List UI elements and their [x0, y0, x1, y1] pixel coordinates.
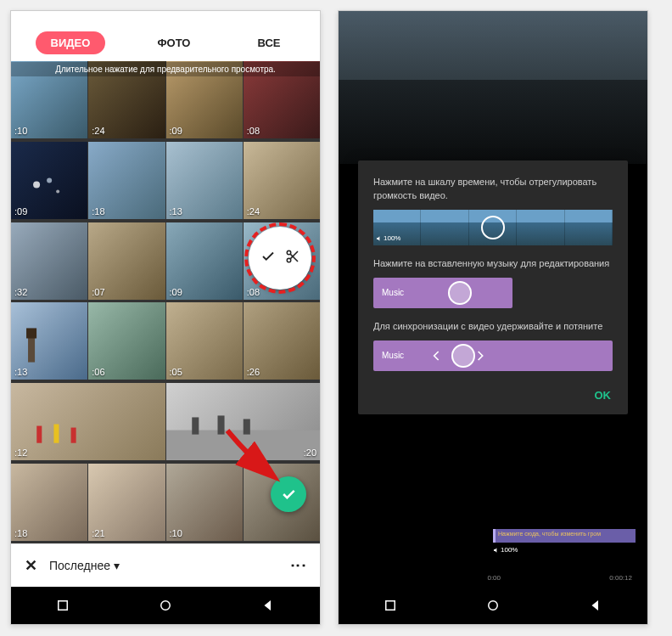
confirm-fab[interactable]: [271, 476, 306, 512]
timeline-track[interactable]: Нажмите сюда, чтобы изменить гром: [493, 529, 636, 543]
duration-label: :10: [170, 528, 182, 538]
music-label: Music: [382, 350, 404, 363]
video-thumb[interactable]: :18: [11, 464, 87, 541]
video-thumb[interactable]: :09: [166, 61, 243, 138]
tab-all[interactable]: ВСЕ: [242, 31, 295, 54]
volume-handle[interactable]: [481, 216, 505, 239]
editor-timeline-area: Нажмите сюда, чтобы изменить гром 100% 0…: [350, 512, 636, 582]
duration-label: :05: [170, 367, 182, 377]
hint-music-sync: Для синхронизации с видео удерживайте и …: [373, 320, 613, 334]
nav-back-icon[interactable]: [260, 598, 276, 613]
media-type-tabs: ВИДЕО ФОТО ВСЕ: [11, 26, 320, 61]
svg-point-1: [47, 177, 52, 183]
duration-label: :09: [170, 287, 182, 297]
video-preview[interactable]: [339, 11, 647, 164]
music-track-sync[interactable]: Music: [373, 341, 613, 371]
video-thumb[interactable]: :12 :20: [166, 383, 321, 460]
video-grid: Длительное нажатие для предварительного …: [11, 61, 320, 543]
duration-label: :21: [92, 528, 104, 538]
duration-label: :12: [14, 447, 27, 458]
svg-marker-19: [265, 600, 272, 611]
video-thumb[interactable]: :12: [11, 383, 165, 460]
video-thumb[interactable]: :32: [11, 222, 87, 300]
duration-label: :13: [14, 367, 27, 377]
track-volume-label: 100%: [493, 546, 518, 554]
volume-label: 100%: [376, 234, 400, 244]
video-thumb[interactable]: :24: [244, 142, 320, 219]
video-thumb[interactable]: :13: [166, 142, 243, 219]
duration-label: :26: [247, 367, 260, 377]
duration-label: :32: [14, 287, 27, 297]
nav-home-icon[interactable]: [485, 598, 501, 613]
hint-timeline: Нажмите на шкалу времени, чтобы отрегули…: [373, 176, 613, 203]
video-thumb[interactable]: :05: [166, 302, 243, 380]
video-thumb[interactable]: :13: [11, 302, 87, 380]
video-thumb[interactable]: :07: [88, 222, 165, 300]
nav-home-icon[interactable]: [158, 598, 173, 613]
music-tap-handle[interactable]: [448, 281, 472, 305]
confirm-select-icon[interactable]: [260, 249, 276, 267]
video-thumb[interactable]: :09: [11, 142, 87, 219]
duration-label: :20: [304, 447, 316, 458]
album-dropdown[interactable]: Последнее ▾: [49, 559, 120, 572]
duration-label: :08: [247, 287, 260, 297]
close-icon[interactable]: ✕: [25, 556, 37, 575]
nav-back-icon[interactable]: [588, 598, 603, 613]
svg-rect-11: [243, 419, 249, 435]
album-label: Последнее: [49, 559, 110, 572]
duration-label: :09: [14, 206, 27, 217]
music-track-edit[interactable]: Music: [373, 278, 512, 308]
nav-recent-icon[interactable]: [55, 598, 70, 613]
video-thumb[interactable]: :24: [88, 61, 165, 138]
android-nav-bar: [339, 587, 647, 624]
svg-point-13: [287, 258, 291, 262]
scissors-icon[interactable]: [285, 249, 300, 267]
more-icon[interactable]: ⋮: [289, 558, 308, 574]
bottom-toolbar: ✕ Последнее ▾ ⋮: [11, 543, 320, 587]
video-thumb[interactable]: :21: [88, 464, 165, 541]
ok-button[interactable]: OK: [373, 383, 613, 406]
svg-rect-17: [58, 601, 67, 611]
tab-photo[interactable]: ФОТО: [142, 31, 205, 54]
duration-label: :13: [170, 206, 182, 217]
duration-label: :07: [92, 287, 104, 297]
duration-label: :24: [92, 126, 104, 136]
time-markers: 0:00 0:00:12: [350, 574, 636, 582]
svg-marker-21: [494, 548, 496, 552]
svg-rect-9: [192, 418, 199, 435]
svg-point-12: [287, 250, 291, 255]
help-dialog: Нажмите на шкалу времени, чтобы отрегули…: [358, 160, 628, 414]
video-thumb[interactable]: :08: [244, 61, 320, 138]
android-nav-bar: [11, 587, 320, 624]
video-thumb[interactable]: :10: [166, 464, 243, 541]
selection-actions: [249, 227, 311, 290]
svg-rect-4: [26, 329, 36, 339]
svg-rect-5: [36, 426, 42, 443]
duration-label: :12: [243, 447, 255, 458]
svg-marker-24: [592, 600, 599, 611]
duration-label: :18: [14, 528, 27, 538]
video-thumb[interactable]: :26: [244, 302, 320, 380]
nav-recent-icon[interactable]: [383, 598, 398, 613]
svg-rect-22: [385, 601, 395, 611]
tab-video[interactable]: ВИДЕО: [36, 31, 106, 54]
svg-rect-3: [28, 337, 35, 363]
video-thumb[interactable]: :09: [166, 222, 243, 300]
svg-point-0: [33, 181, 40, 188]
gallery-screen: ВИДЕО ФОТО ВСЕ Длительное нажатие для пр…: [10, 10, 321, 625]
svg-rect-6: [53, 425, 59, 443]
svg-point-18: [161, 601, 171, 611]
duration-label: :06: [92, 367, 104, 377]
chevron-down-icon: ▾: [114, 559, 120, 572]
duration-label: :24: [247, 206, 260, 217]
duration-label: :08: [247, 126, 260, 136]
video-thumb[interactable]: :10: [11, 61, 87, 138]
duration-label: :09: [170, 126, 182, 136]
status-bar: [11, 11, 320, 26]
video-thumb[interactable]: :18: [88, 142, 165, 219]
video-thumb[interactable]: :06: [88, 302, 165, 380]
svg-rect-10: [217, 416, 224, 435]
drag-handle[interactable]: [433, 344, 494, 368]
svg-rect-7: [71, 428, 76, 443]
timeline-strip[interactable]: 100%: [373, 210, 613, 245]
